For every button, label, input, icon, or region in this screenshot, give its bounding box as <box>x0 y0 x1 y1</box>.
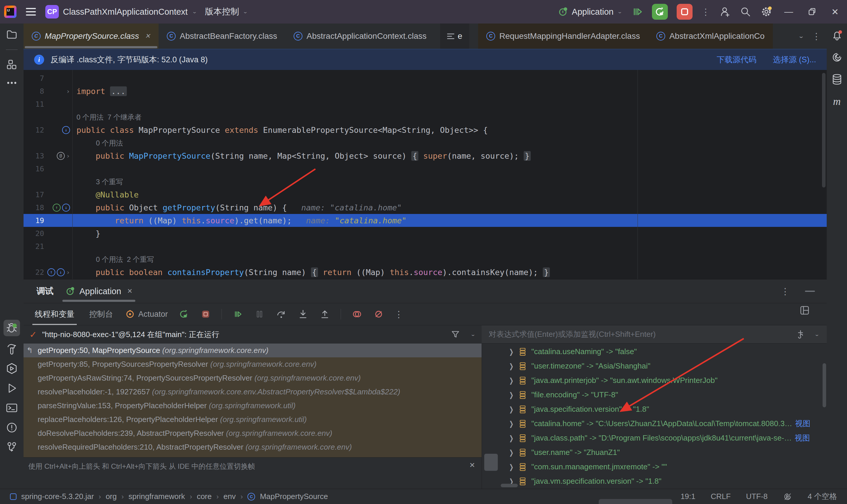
watch-row[interactable]: ❯"user.timezone" -> "Asia/Shanghai" <box>500 359 827 373</box>
scrollbar-thumb[interactable] <box>501 484 518 487</box>
mini-editor-tab[interactable]: e <box>440 23 469 49</box>
vcs-widget[interactable]: 版本控制 ⌄ <box>205 6 248 18</box>
view-breakpoints-button[interactable] <box>351 308 363 320</box>
stack-frame-row[interactable]: resolveRequiredPlaceholders:630, Abstrac… <box>23 454 482 457</box>
fold-chevron-icon[interactable]: › <box>66 88 70 95</box>
chevron-right-icon[interactable]: ❯ <box>509 420 514 428</box>
filter-funnel-icon[interactable] <box>451 330 460 339</box>
show-hidden-tabs-button[interactable]: ⌄ <box>798 33 804 39</box>
fold-chevron-icon[interactable]: › <box>66 152 70 160</box>
gutter[interactable]: ↑↓› <box>44 268 72 276</box>
layout-settings-icon[interactable] <box>799 305 810 316</box>
project-folder-icon[interactable] <box>4 28 19 42</box>
database-icon[interactable] <box>829 72 845 86</box>
view-link[interactable]: 视图 <box>795 433 810 443</box>
close-icon[interactable]: ✕ <box>127 287 133 295</box>
hide-tool-window-button[interactable] <box>805 291 815 292</box>
chevron-right-icon[interactable]: ❯ <box>509 348 514 356</box>
version-control-tool-window-button[interactable] <box>4 440 19 454</box>
line-separator-widget[interactable]: CRLF <box>711 492 731 501</box>
chevron-down-icon[interactable]: ⌄ <box>814 331 820 337</box>
code-line[interactable]: 7 <box>23 72 827 85</box>
gutter[interactable]: @› <box>44 152 72 160</box>
chevron-right-icon[interactable]: ❯ <box>509 376 514 385</box>
resume-program-button[interactable] <box>632 6 643 18</box>
add-watch-icon[interactable] <box>796 329 806 339</box>
fold-chevron-icon[interactable]: › <box>66 269 70 276</box>
watch-row[interactable]: ❯"file.encoding" -> "UTF-8" <box>500 388 827 402</box>
tab-options-button[interactable]: ⋮ <box>812 31 821 41</box>
overridden-marker-icon[interactable]: ↓ <box>62 126 70 134</box>
more-actions-button[interactable]: ⋮ <box>702 7 710 17</box>
code-line[interactable]: 11 <box>23 97 827 110</box>
add-user-icon[interactable] <box>719 6 731 18</box>
editor-scrollbar[interactable] <box>822 73 826 187</box>
watch-row[interactable]: ❯"java.vm.specification.version" -> "1.8… <box>500 474 827 488</box>
services-tool-window-button[interactable] <box>4 361 19 376</box>
run-tool-window-button[interactable] <box>4 381 19 395</box>
inlay-hint-line[interactable]: 0 个用法 <box>23 137 827 149</box>
restore-button[interactable] <box>805 7 820 16</box>
stop-small-button[interactable] <box>200 308 211 320</box>
download-sources-link[interactable]: 下载源代码 <box>717 54 756 65</box>
breadcrumb-item[interactable]: org <box>106 492 117 501</box>
scrollbar-thumb[interactable] <box>484 454 498 471</box>
chevron-right-icon[interactable]: ❯ <box>509 391 514 399</box>
chevron-right-icon[interactable]: ❯ <box>509 405 514 413</box>
choose-sources-link[interactable]: 选择源 (S)... <box>773 54 816 65</box>
debug-session-tab[interactable]: Application ✕ <box>65 280 133 303</box>
editor-tab[interactable]: CRequestMappingHandlerAdapter.class <box>478 23 648 49</box>
settings-gear-icon[interactable] <box>760 5 773 18</box>
stack-frame-row[interactable]: resolveRequiredPlaceholders:210, Abstrac… <box>23 440 482 454</box>
code-line[interactable]: 19 return ((Map) this.source).get(name);… <box>23 214 827 227</box>
chevron-right-icon[interactable]: ❯ <box>509 434 514 442</box>
stack-frame-row[interactable]: getPropertyAsRawString:74, PropertySourc… <box>23 371 482 385</box>
debug-tool-window-button[interactable] <box>3 320 20 336</box>
watch-row[interactable]: ❯"com.sun.management.jmxremote" -> "" <box>500 460 827 474</box>
chevron-down-icon[interactable]: ⌄ <box>470 332 476 337</box>
step-into-button[interactable] <box>297 308 309 320</box>
editor-tab[interactable]: CMapPropertySource.class✕ <box>23 23 159 49</box>
maven-icon[interactable]: m <box>829 94 845 108</box>
indent-widget[interactable]: 4 个空格 <box>808 491 837 502</box>
tab-actuator[interactable]: Actuator <box>125 309 168 319</box>
build-tool-window-button[interactable] <box>4 342 19 356</box>
stop-button[interactable] <box>677 4 693 20</box>
terminal-tool-window-button[interactable] <box>4 401 19 415</box>
caret-position-widget[interactable]: 19:1 <box>680 492 695 501</box>
code-line[interactable]: 13@› public MapPropertySource(String nam… <box>23 149 827 162</box>
code-line[interactable]: 8›import ... <box>23 85 827 97</box>
chevron-right-icon[interactable]: ❯ <box>509 448 514 457</box>
chevron-right-icon[interactable]: ❯ <box>509 463 514 471</box>
view-link[interactable]: 视图 <box>795 418 811 429</box>
inlay-hint-line[interactable]: 0 个用法 2 个重写 <box>23 253 827 266</box>
code-editor[interactable]: 78›import ...110 个用法 7 个继承者12↓public cla… <box>23 70 827 279</box>
stack-frame-row[interactable]: replacePlaceholders:126, PropertyPlaceho… <box>23 413 482 427</box>
watch-row[interactable]: ❯"java.specification.version" -> "1.8" <box>500 402 827 416</box>
watch-row[interactable]: ❯"java.class.path" -> "D:\Program Files\… <box>500 431 827 445</box>
stack-frame-row[interactable]: resolvePlaceholder:-1, 19272657 (org.spr… <box>23 385 482 399</box>
breadcrumb-item[interactable]: env <box>223 492 236 501</box>
pause-button[interactable] <box>254 308 265 320</box>
resume-small-button[interactable] <box>232 308 244 320</box>
problems-tool-window-button[interactable] <box>4 420 19 435</box>
step-out-button[interactable] <box>319 308 331 320</box>
ai-assistant-icon[interactable] <box>829 50 845 65</box>
close-icon[interactable]: ✕ <box>145 32 150 40</box>
gutter[interactable]: › <box>44 88 72 95</box>
overriding-marker-icon[interactable]: ↑ <box>47 268 55 276</box>
tab-threads-variables[interactable]: 线程和变量 <box>32 303 77 325</box>
watch-row[interactable]: ❯"catalina.home" -> "C:\Users\ZhuanZ1\Ap… <box>500 416 827 431</box>
watch-row[interactable]: ❯"user.name" -> "ZhuanZ1" <box>500 445 827 460</box>
stack-frame-row[interactable]: getProperty:85, PropertySourcesPropertyR… <box>23 357 482 371</box>
code-line[interactable]: 18↑↓ public Object getProperty(String na… <box>23 201 827 214</box>
implementing-marker-icon[interactable]: ↑ <box>53 204 60 212</box>
code-line[interactable]: 16 <box>23 162 827 175</box>
notifications-bell-icon[interactable] <box>829 28 845 42</box>
rerun-debug-button[interactable] <box>652 4 668 20</box>
editor-tab[interactable]: CAbstractXmlApplicationCo <box>648 23 773 49</box>
ai-disabled-icon[interactable] <box>783 492 792 501</box>
structure-icon[interactable] <box>4 58 19 72</box>
gutter[interactable]: ↑↓ <box>44 204 72 212</box>
minimize-button[interactable]: — <box>781 7 796 17</box>
